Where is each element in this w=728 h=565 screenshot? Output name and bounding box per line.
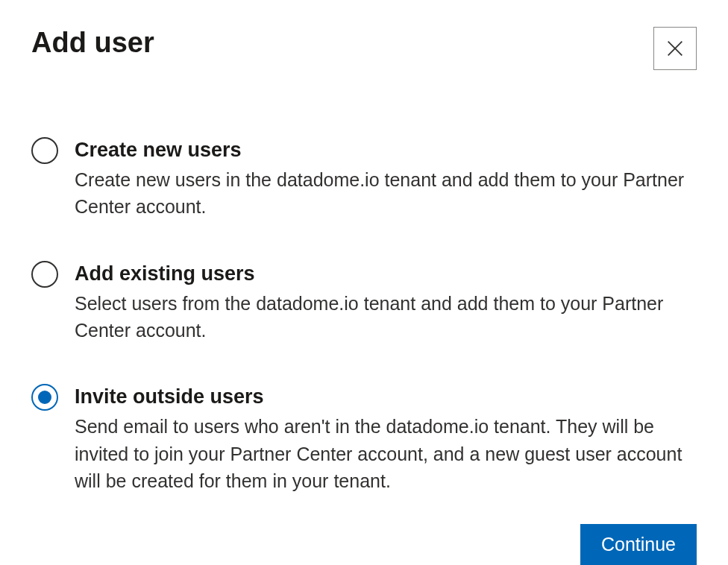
options-group: Create new users Create new users in the… <box>31 137 697 494</box>
option-title: Add existing users <box>75 261 697 287</box>
dialog-header: Add user <box>31 27 697 70</box>
radio-invite-outside-users[interactable] <box>31 384 58 411</box>
close-icon <box>665 38 685 59</box>
close-button[interactable] <box>653 27 697 70</box>
option-description: Create new users in the datadome.io tena… <box>75 166 697 221</box>
option-description: Send email to users who aren't in the da… <box>75 413 697 494</box>
option-title: Invite outside users <box>75 384 697 410</box>
option-text-block: Create new users Create new users in the… <box>75 137 697 221</box>
option-invite-outside-users[interactable]: Invite outside users Send email to users… <box>31 384 697 494</box>
radio-create-new-users[interactable] <box>31 137 58 164</box>
option-description: Select users from the datadome.io tenant… <box>75 290 697 344</box>
option-add-existing-users[interactable]: Add existing users Select users from the… <box>31 261 697 344</box>
option-text-block: Add existing users Select users from the… <box>75 261 697 344</box>
option-text-block: Invite outside users Send email to users… <box>75 384 697 494</box>
dialog-title: Add user <box>31 27 154 59</box>
option-create-new-users[interactable]: Create new users Create new users in the… <box>31 137 697 221</box>
continue-button[interactable]: Continue <box>580 524 697 565</box>
radio-add-existing-users[interactable] <box>31 261 58 288</box>
dialog-footer: Continue <box>31 524 697 565</box>
option-title: Create new users <box>75 137 697 163</box>
